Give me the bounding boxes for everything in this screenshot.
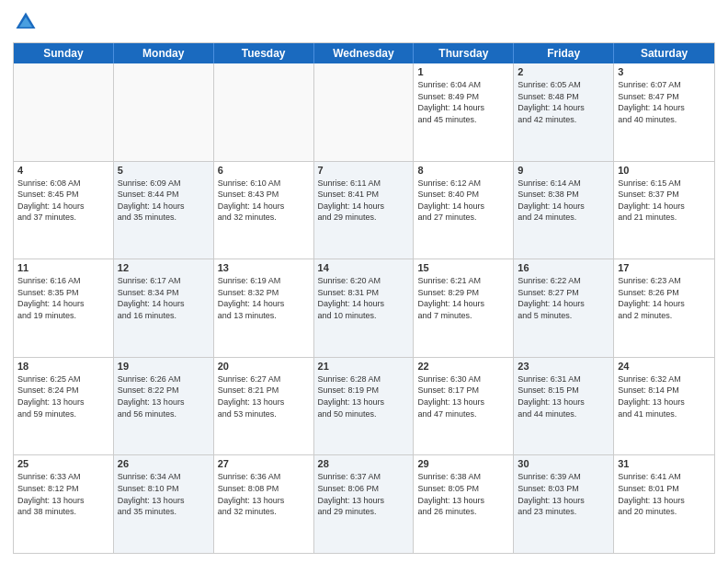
cell-info: Sunrise: 6:14 AMSunset: 8:38 PMDaylight:… (518, 178, 609, 224)
calendar-cell: 20Sunrise: 6:27 AMSunset: 8:21 PMDayligh… (214, 358, 314, 455)
calendar-cell: 18Sunrise: 6:25 AMSunset: 8:24 PMDayligh… (14, 358, 114, 455)
calendar-cell: 1Sunrise: 6:04 AMSunset: 8:49 PMDaylight… (414, 63, 514, 161)
day-number: 1 (417, 66, 509, 77)
calendar-cell: 12Sunrise: 6:17 AMSunset: 8:34 PMDayligh… (114, 259, 214, 357)
cell-info: Sunrise: 6:07 AMSunset: 8:47 PMDaylight:… (618, 79, 711, 125)
calendar-cell: 19Sunrise: 6:26 AMSunset: 8:22 PMDayligh… (114, 358, 214, 455)
cell-info: Sunrise: 6:32 AMSunset: 8:14 PMDaylight:… (618, 373, 711, 419)
cell-info: Sunrise: 6:04 AMSunset: 8:49 PMDaylight:… (417, 79, 509, 125)
calendar-cell: 25Sunrise: 6:33 AMSunset: 8:12 PMDayligh… (14, 455, 114, 553)
day-number: 17 (618, 262, 711, 273)
day-number: 25 (17, 458, 109, 469)
calendar-cell: 7Sunrise: 6:11 AMSunset: 8:41 PMDaylight… (314, 162, 415, 259)
day-number: 27 (218, 458, 310, 469)
calendar-cell: 13Sunrise: 6:19 AMSunset: 8:32 PMDayligh… (214, 259, 314, 357)
calendar-cell (14, 63, 114, 161)
day-number: 28 (318, 458, 410, 469)
cell-info: Sunrise: 6:19 AMSunset: 8:32 PMDaylight:… (218, 275, 310, 321)
logo-icon (13, 9, 39, 35)
calendar-cell: 22Sunrise: 6:30 AMSunset: 8:17 PMDayligh… (414, 358, 514, 455)
calendar-cell: 4Sunrise: 6:08 AMSunset: 8:45 PMDaylight… (14, 162, 114, 259)
cell-info: Sunrise: 6:11 AMSunset: 8:41 PMDaylight:… (318, 178, 410, 224)
cell-info: Sunrise: 6:08 AMSunset: 8:45 PMDaylight:… (17, 178, 109, 224)
calendar-cell: 6Sunrise: 6:10 AMSunset: 8:43 PMDaylight… (214, 162, 314, 259)
calendar-cell: 3Sunrise: 6:07 AMSunset: 8:47 PMDaylight… (614, 63, 714, 161)
cell-info: Sunrise: 6:27 AMSunset: 8:21 PMDaylight:… (218, 373, 310, 419)
day-number: 6 (218, 165, 310, 176)
day-of-week-thursday: Thursday (414, 43, 514, 63)
calendar-cell: 9Sunrise: 6:14 AMSunset: 8:38 PMDaylight… (514, 162, 614, 259)
calendar-cell: 16Sunrise: 6:22 AMSunset: 8:27 PMDayligh… (514, 259, 614, 357)
day-of-week-tuesday: Tuesday (214, 43, 314, 63)
page: SundayMondayTuesdayWednesdayThursdayFrid… (0, 0, 728, 563)
day-number: 3 (618, 66, 711, 77)
day-number: 8 (417, 165, 509, 176)
cell-info: Sunrise: 6:33 AMSunset: 8:12 PMDaylight:… (17, 471, 109, 517)
day-of-week-friday: Friday (514, 43, 614, 63)
cell-info: Sunrise: 6:25 AMSunset: 8:24 PMDaylight:… (17, 373, 109, 419)
calendar-cell: 8Sunrise: 6:12 AMSunset: 8:40 PMDaylight… (414, 162, 514, 259)
calendar-cell: 14Sunrise: 6:20 AMSunset: 8:31 PMDayligh… (314, 259, 415, 357)
calendar-row-2: 4Sunrise: 6:08 AMSunset: 8:45 PMDaylight… (14, 161, 714, 259)
calendar-cell: 26Sunrise: 6:34 AMSunset: 8:10 PMDayligh… (114, 455, 214, 553)
calendar-cell: 31Sunrise: 6:41 AMSunset: 8:01 PMDayligh… (614, 455, 714, 553)
calendar-cell: 30Sunrise: 6:39 AMSunset: 8:03 PMDayligh… (514, 455, 614, 553)
calendar: SundayMondayTuesdayWednesdayThursdayFrid… (13, 42, 715, 554)
cell-info: Sunrise: 6:17 AMSunset: 8:34 PMDaylight:… (118, 275, 210, 321)
calendar-row-5: 25Sunrise: 6:33 AMSunset: 8:12 PMDayligh… (14, 454, 714, 553)
cell-info: Sunrise: 6:28 AMSunset: 8:19 PMDaylight:… (318, 373, 410, 419)
calendar-cell (214, 63, 314, 161)
day-number: 21 (318, 361, 410, 372)
day-of-week-wednesday: Wednesday (314, 43, 415, 63)
cell-info: Sunrise: 6:20 AMSunset: 8:31 PMDaylight:… (318, 275, 410, 321)
calendar-row-1: 1Sunrise: 6:04 AMSunset: 8:49 PMDaylight… (14, 63, 714, 161)
day-number: 23 (518, 361, 609, 372)
calendar-cell: 27Sunrise: 6:36 AMSunset: 8:08 PMDayligh… (214, 455, 314, 553)
cell-info: Sunrise: 6:21 AMSunset: 8:29 PMDaylight:… (417, 275, 509, 321)
day-of-week-sunday: Sunday (14, 43, 114, 63)
calendar-cell: 23Sunrise: 6:31 AMSunset: 8:15 PMDayligh… (514, 358, 614, 455)
day-number: 10 (618, 165, 711, 176)
day-number: 22 (417, 361, 509, 372)
day-number: 31 (618, 458, 711, 469)
day-number: 30 (518, 458, 609, 469)
calendar-cell: 17Sunrise: 6:23 AMSunset: 8:26 PMDayligh… (614, 259, 714, 357)
day-number: 16 (518, 262, 609, 273)
calendar-cell: 2Sunrise: 6:05 AMSunset: 8:48 PMDaylight… (514, 63, 614, 161)
cell-info: Sunrise: 6:15 AMSunset: 8:37 PMDaylight:… (618, 178, 711, 224)
logo (13, 9, 42, 35)
cell-info: Sunrise: 6:23 AMSunset: 8:26 PMDaylight:… (618, 275, 711, 321)
cell-info: Sunrise: 6:09 AMSunset: 8:44 PMDaylight:… (118, 178, 210, 224)
cell-info: Sunrise: 6:30 AMSunset: 8:17 PMDaylight:… (417, 373, 509, 419)
cell-info: Sunrise: 6:31 AMSunset: 8:15 PMDaylight:… (518, 373, 609, 419)
calendar-cell: 10Sunrise: 6:15 AMSunset: 8:37 PMDayligh… (614, 162, 714, 259)
calendar-body: 1Sunrise: 6:04 AMSunset: 8:49 PMDaylight… (14, 63, 714, 553)
day-number: 15 (417, 262, 509, 273)
day-number: 12 (118, 262, 210, 273)
day-number: 14 (318, 262, 410, 273)
calendar-row-4: 18Sunrise: 6:25 AMSunset: 8:24 PMDayligh… (14, 357, 714, 455)
day-number: 13 (218, 262, 310, 273)
cell-info: Sunrise: 6:12 AMSunset: 8:40 PMDaylight:… (417, 178, 509, 224)
calendar-cell: 24Sunrise: 6:32 AMSunset: 8:14 PMDayligh… (614, 358, 714, 455)
day-number: 19 (118, 361, 210, 372)
cell-info: Sunrise: 6:34 AMSunset: 8:10 PMDaylight:… (118, 471, 210, 517)
calendar-cell: 21Sunrise: 6:28 AMSunset: 8:19 PMDayligh… (314, 358, 415, 455)
cell-info: Sunrise: 6:41 AMSunset: 8:01 PMDaylight:… (618, 471, 711, 517)
day-number: 26 (118, 458, 210, 469)
header (13, 9, 715, 35)
day-of-week-saturday: Saturday (614, 43, 714, 63)
day-number: 7 (318, 165, 410, 176)
day-number: 9 (518, 165, 609, 176)
cell-info: Sunrise: 6:37 AMSunset: 8:06 PMDaylight:… (318, 471, 410, 517)
day-of-week-monday: Monday (114, 43, 214, 63)
cell-info: Sunrise: 6:36 AMSunset: 8:08 PMDaylight:… (218, 471, 310, 517)
day-number: 24 (618, 361, 711, 372)
calendar-cell: 29Sunrise: 6:38 AMSunset: 8:05 PMDayligh… (414, 455, 514, 553)
day-number: 2 (518, 66, 609, 77)
calendar-cell: 5Sunrise: 6:09 AMSunset: 8:44 PMDaylight… (114, 162, 214, 259)
calendar-header: SundayMondayTuesdayWednesdayThursdayFrid… (14, 43, 714, 63)
day-number: 11 (17, 262, 109, 273)
cell-info: Sunrise: 6:10 AMSunset: 8:43 PMDaylight:… (218, 178, 310, 224)
day-number: 18 (17, 361, 109, 372)
